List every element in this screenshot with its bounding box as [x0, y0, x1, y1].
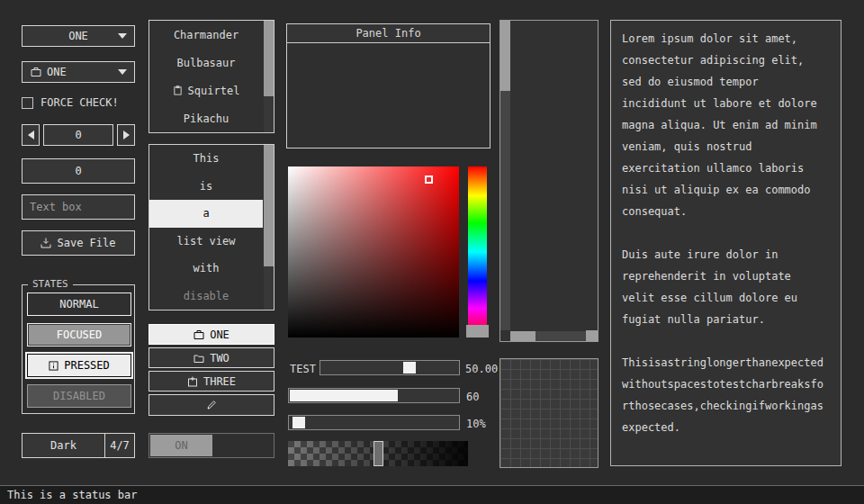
dropdown-one[interactable]: ONE — [22, 25, 135, 47]
lorem-text-panel: Lorem ipsum dolor sit amet, consectetur … — [610, 20, 842, 466]
color-cursor-icon[interactable] — [425, 176, 433, 184]
clipboard-icon — [173, 86, 183, 95]
number-field-value: 0 — [75, 165, 81, 177]
list-item[interactable]: is — [149, 173, 263, 201]
paragraph: Thisisastringlongerthanexpectedwithoutsp… — [622, 352, 830, 438]
edit-button[interactable] — [148, 394, 274, 416]
states-group-title: STATES — [28, 278, 73, 290]
list-item[interactable]: Charmander — [149, 21, 263, 49]
list-item[interactable]: list view — [149, 228, 263, 256]
scrollbar-handle[interactable] — [264, 96, 274, 132]
toggle-label: ON — [175, 439, 187, 452]
stepper-decrement-button[interactable] — [22, 124, 40, 146]
scrollbar-handle[interactable] — [500, 21, 510, 91]
checkbox-box-icon[interactable] — [22, 97, 33, 109]
force-checkbox[interactable]: FORCE CHECK! — [22, 96, 119, 109]
one-button-label: ONE — [210, 328, 230, 341]
theme-button-label: Dark — [50, 439, 76, 452]
hue-handle[interactable] — [466, 325, 489, 338]
dropdown-one-value: ONE — [68, 30, 88, 42]
list-item[interactable]: with — [149, 255, 263, 283]
list-item-selected[interactable]: a — [149, 200, 263, 228]
stepper-increment-button[interactable] — [117, 124, 135, 146]
percent-slider[interactable] — [288, 415, 460, 430]
list-item-label: list view — [176, 235, 235, 248]
list-item-label: Squirtel — [188, 85, 240, 97]
normal-state-button[interactable]: NORMAL — [27, 292, 131, 316]
vertical-scrollbar[interactable] — [500, 21, 510, 330]
status-bar-text: This is a status bar — [7, 489, 138, 501]
horizontal-scrollbar[interactable] — [510, 331, 586, 341]
briefcase-icon — [194, 329, 204, 340]
paragraph: Excepteur sint occaecat cupidatat non pr… — [622, 460, 830, 466]
paragraph: Lorem ipsum dolor sit amet, consectetur … — [622, 28, 830, 222]
list-item[interactable]: Squirtel — [149, 76, 263, 104]
slider-handle[interactable] — [292, 417, 305, 428]
color-saturation-square[interactable] — [288, 166, 459, 338]
list-item-label: Charmander — [174, 29, 238, 41]
three-button[interactable]: THREE — [148, 371, 274, 392]
progress-slider[interactable] — [288, 388, 460, 403]
info-panel-title: Panel Info — [356, 27, 420, 40]
list-item[interactable]: This — [149, 145, 263, 173]
two-button-label: TWO — [210, 352, 230, 364]
app-root: ONE ONE FORCE CHECK! 0 0 Save File STATE… — [0, 0, 864, 504]
scrollbar-handle[interactable] — [510, 331, 536, 341]
info-panel: Panel Info — [286, 23, 490, 148]
toggle-knob: ON — [150, 435, 212, 456]
theme-button[interactable]: Dark — [22, 433, 105, 458]
normal-state-label: NORMAL — [59, 298, 98, 310]
alpha-slider[interactable] — [288, 441, 468, 466]
demo-list: This is a list view with disable — [148, 144, 274, 310]
pokemon-list: Charmander Bulbasaur Squirtel Pikachu — [148, 20, 274, 133]
states-group: STATES NORMAL FOCUSED PRESSED DISABLED — [22, 284, 135, 414]
list-scrollbar[interactable] — [264, 145, 274, 310]
three-button-label: THREE — [203, 375, 236, 388]
number-field[interactable]: 0 — [22, 158, 135, 184]
list-item[interactable]: Bulbasaur — [149, 49, 263, 76]
test-slider-label: TEST — [290, 363, 316, 375]
arrow-right-icon — [123, 130, 130, 140]
test-slider[interactable] — [320, 360, 460, 375]
stepper-value[interactable]: 0 — [43, 124, 113, 146]
scrollbar-handle[interactable] — [264, 266, 274, 310]
page-indicator-text: 4/7 — [110, 439, 130, 452]
slider-handle[interactable] — [403, 362, 416, 374]
arrow-left-icon — [28, 130, 34, 140]
checkbox-label: FORCE CHECK! — [40, 96, 119, 109]
disabled-state-label: DISABLED — [53, 390, 105, 402]
chevron-down-icon — [118, 33, 127, 39]
info-panel-titlebar[interactable]: Panel Info — [287, 24, 490, 43]
save-icon — [40, 238, 51, 248]
list-item-label: Bulbasaur — [176, 57, 235, 69]
plus-box-icon — [187, 376, 198, 387]
pencil-icon — [206, 400, 217, 410]
pressed-state-button[interactable]: PRESSED — [27, 354, 131, 377]
focused-state-button[interactable]: FOCUSED — [27, 323, 131, 346]
chevron-down-icon — [118, 69, 127, 75]
save-file-button[interactable]: Save File — [22, 230, 135, 256]
list-item-label: a — [202, 207, 209, 220]
info-icon — [49, 361, 58, 371]
slider-fill — [290, 390, 398, 401]
list-item-label: This — [194, 152, 220, 165]
focused-state-label: FOCUSED — [57, 328, 103, 341]
cell-grid-panel[interactable] — [500, 358, 598, 468]
two-button[interactable]: TWO — [148, 347, 274, 368]
percent-slider-value: 10% — [466, 418, 486, 430]
scrollbar-corner — [586, 330, 598, 341]
toggle-switch: ON — [148, 433, 274, 458]
list-item[interactable]: Pikachu — [149, 104, 263, 132]
one-button[interactable]: ONE — [148, 324, 274, 345]
hue-bar[interactable] — [468, 166, 487, 338]
progress-slider-value: 60 — [466, 391, 479, 403]
text-box-input[interactable] — [22, 194, 135, 220]
list-item-disabled: disable — [149, 283, 263, 310]
folder-icon — [194, 353, 204, 364]
scroll-panel — [500, 20, 598, 342]
list-scrollbar[interactable] — [264, 21, 274, 132]
alpha-handle[interactable] — [374, 441, 383, 466]
save-file-label: Save File — [57, 237, 115, 249]
disabled-state-button: DISABLED — [27, 384, 131, 408]
dropdown-icon[interactable]: ONE — [22, 61, 135, 83]
